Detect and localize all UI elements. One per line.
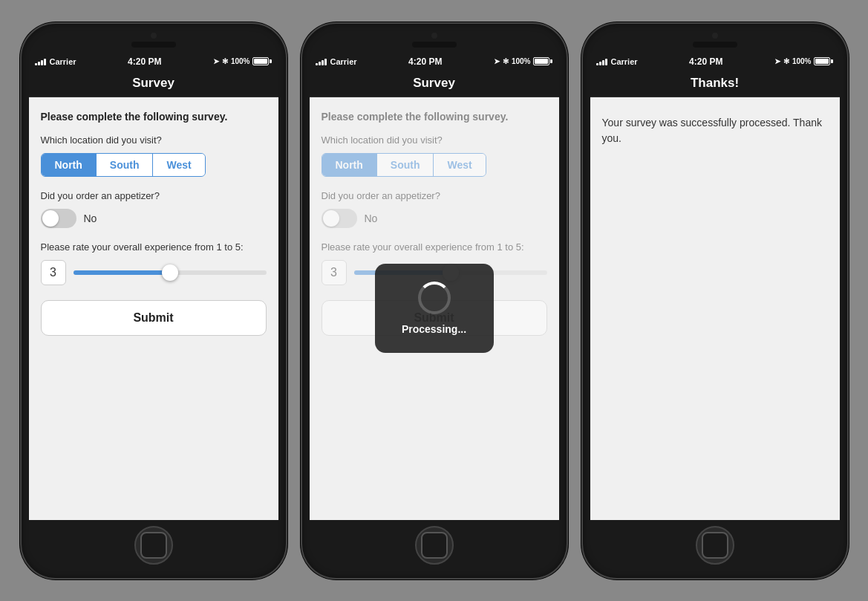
carrier-label-2: Carrier [330,57,357,66]
bluetooth-icon-1: ✻ [222,57,228,65]
seg-south-2[interactable]: South [377,154,434,176]
speaker-2 [412,42,457,48]
speaker-1 [131,42,176,48]
screen-1: Please complete the following survey. Wh… [29,97,278,520]
spinner-icon [418,282,451,314]
time-label-2: 4:20 PM [408,56,442,67]
phone-top-1 [29,33,278,51]
rating-slider-1[interactable] [74,270,267,275]
nav-bar-1: Survey [29,70,278,97]
phone-top-3 [590,33,840,51]
toggle-row-1: No [41,209,267,228]
toggle-knob-2 [323,210,339,227]
q1-label-1: Which location did you visit? [41,134,267,146]
rating-value-2: 3 [322,260,347,285]
location-segmented-1: North South West [41,153,206,177]
status-left-1: Carrier [35,57,76,66]
thanks-message: Your survey was successfully processed. … [602,117,822,144]
front-camera-3 [712,33,718,39]
status-right-2: ➤ ✻ 100% [494,57,553,65]
phone-1: Carrier 4:20 PM ➤ ✻ 100% Survey Please c… [20,22,287,579]
nav-title-2: Survey [413,76,455,90]
submit-button-1[interactable]: Submit [41,300,267,336]
slider-thumb-1[interactable] [162,264,178,281]
rating-row-1: 3 [41,260,267,285]
toggle-label-2: No [365,212,378,224]
battery-icon-2 [533,57,552,65]
screen-3: Your survey was successfully processed. … [590,97,840,520]
front-camera-2 [431,33,437,39]
nav-bar-2: Survey [310,70,559,97]
status-bar-1: Carrier 4:20 PM ➤ ✻ 100% [29,53,278,70]
rating-value-1: 3 [41,260,66,285]
nav-bar-3: Thanks! [590,70,840,97]
slider-fill-1 [74,270,170,275]
location-icon-2: ➤ [494,57,500,65]
location-icon-3: ➤ [774,57,780,65]
bluetooth-icon-3: ✻ [783,57,789,65]
seg-south-1[interactable]: South [97,154,154,176]
time-label-3: 4:20 PM [689,56,722,67]
toggle-row-2: No [322,209,547,228]
phone-2: Carrier 4:20 PM ➤ ✻ 100% Survey Please c… [301,22,568,579]
home-button-inner-1 [140,532,167,559]
carrier-label-3: Carrier [611,57,638,66]
processing-overlay: Processing... [375,264,494,353]
time-label-1: 4:20 PM [128,56,161,67]
q2-label-2: Did you order an appetizer? [322,190,547,201]
appetizer-toggle-2[interactable] [322,209,357,228]
appetizer-toggle-1[interactable] [41,209,76,228]
toggle-label-1: No [84,212,97,224]
battery-label-2: 100% [512,57,531,65]
thanks-content: Your survey was successfully processed. … [590,97,840,164]
location-icon-1: ➤ [213,57,219,65]
home-button-inner-3 [702,532,728,559]
bluetooth-icon-2: ✻ [503,57,509,65]
home-button-3[interactable] [696,526,734,565]
toggle-knob-1 [42,210,59,227]
battery-icon-3 [814,57,833,65]
front-camera-1 [151,33,157,39]
seg-west-1[interactable]: West [153,154,204,176]
signal-icon-3 [596,58,607,65]
home-button-2[interactable] [415,526,454,565]
status-right-3: ➤ ✻ 100% [774,57,834,65]
seg-north-2[interactable]: North [322,154,377,176]
battery-label-3: 100% [792,57,812,65]
battery-label-1: 100% [231,57,250,65]
q3-label-1: Please rate your overall experience from… [41,241,267,253]
signal-icon-2 [316,58,327,65]
rating-section-1: Please rate your overall experience from… [41,241,267,285]
signal-icon-1 [35,58,46,65]
status-left-3: Carrier [596,57,638,66]
home-button-1[interactable] [134,526,173,565]
processing-label: Processing... [402,323,466,335]
nav-title-1: Survey [132,76,174,90]
status-left-2: Carrier [316,57,357,66]
screen-content-1: Please complete the following survey. Wh… [29,97,278,349]
survey-intro-2: Please complete the following survey. [322,111,547,123]
location-segmented-2: North South West [322,153,486,177]
status-bar-2: Carrier 4:20 PM ➤ ✻ 100% [310,53,559,70]
speaker-3 [693,42,737,48]
q2-label-1: Did you order an appetizer? [41,190,267,201]
seg-west-2[interactable]: West [434,154,485,176]
survey-intro-1: Please complete the following survey. [41,111,267,123]
nav-title-3: Thanks! [691,76,739,90]
phone-3: Carrier 4:20 PM ➤ ✻ 100% Thanks! Your su… [581,22,849,579]
status-bar-3: Carrier 4:20 PM ➤ ✻ 100% [590,53,840,70]
home-button-inner-2 [421,532,448,559]
carrier-label-1: Carrier [50,57,76,66]
phone-top-2 [310,33,559,51]
seg-north-1[interactable]: North [42,154,97,176]
status-right-1: ➤ ✻ 100% [213,57,273,65]
q3-label-2: Please rate your overall experience from… [322,241,547,253]
q1-label-2: Which location did you visit? [322,134,547,146]
screen-2: Please complete the following survey. Wh… [310,97,559,520]
battery-icon-1 [252,57,272,65]
